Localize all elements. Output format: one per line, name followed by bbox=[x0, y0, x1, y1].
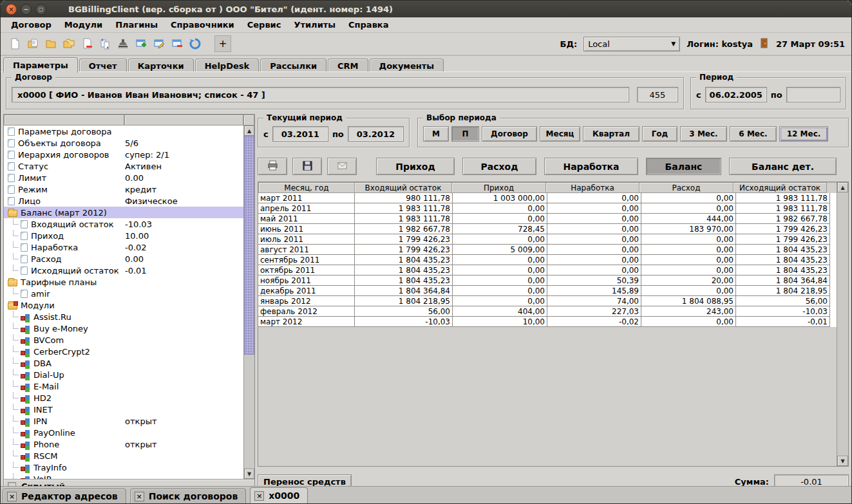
tree-scrollbar-thumb[interactable] bbox=[244, 136, 254, 355]
table-row[interactable]: июнь 20111 982 667,78728,450,00183 970,0… bbox=[258, 224, 837, 234]
action-button-балансдет[interactable]: Баланс дет. bbox=[729, 158, 837, 175]
menu-плагины[interactable]: Плагины bbox=[109, 19, 164, 31]
tree-item[interactable]: Баланс (март 2012) bbox=[4, 207, 243, 218]
tree-item[interactable]: Тарифные планы bbox=[4, 276, 243, 288]
documents-folder-icon[interactable] bbox=[61, 36, 77, 51]
mail-button[interactable] bbox=[327, 158, 357, 175]
tree-item[interactable]: Phoneоткрыт bbox=[4, 438, 243, 450]
refresh-icon[interactable] bbox=[187, 36, 203, 51]
scroll-down-icon[interactable]: ▼ bbox=[837, 456, 848, 466]
tree-item[interactable]: BVCom bbox=[4, 334, 243, 346]
tree-item[interactable]: Исходящий остаток-0.01 bbox=[4, 265, 243, 276]
period-button-договор[interactable]: Договор bbox=[482, 126, 537, 142]
menu-договор[interactable]: Договор bbox=[5, 19, 58, 31]
edit-window-icon[interactable] bbox=[151, 36, 167, 51]
tree-item[interactable]: TrayInfo bbox=[4, 462, 243, 473]
tab-документы[interactable]: Документы bbox=[370, 59, 444, 73]
menu-утилиты[interactable]: Утилиты bbox=[287, 19, 342, 31]
tree-item[interactable]: Assist.Ru bbox=[4, 311, 243, 322]
period-button-квартал[interactable]: Квартал bbox=[583, 126, 639, 142]
table-row[interactable]: январь 20121 804 218,950,0074,001 804 08… bbox=[258, 296, 837, 306]
contract-field[interactable]: х0000 [ ФИО - Иванов Иван Иванович; спис… bbox=[12, 87, 629, 102]
table-column-header[interactable]: Входящий остаток bbox=[354, 182, 452, 193]
save-button[interactable] bbox=[292, 158, 322, 175]
tree-item[interactable]: VoIP bbox=[4, 473, 243, 479]
table-row[interactable]: сентябрь 20111 804 435,230,000,000,001 8… bbox=[258, 255, 837, 265]
tab-карточки[interactable]: Карточки bbox=[128, 59, 194, 73]
period-from-field[interactable]: 06.02.2005 bbox=[705, 87, 767, 102]
tree-item[interactable]: Наработка-0.02 bbox=[4, 241, 243, 253]
tree-item[interactable]: Входящий остаток-10.03 bbox=[4, 218, 243, 230]
close-window-icon[interactable] bbox=[169, 36, 185, 51]
current-period-to-field[interactable]: 03.2012 bbox=[348, 126, 404, 142]
add-toolbar-button[interactable]: + bbox=[214, 35, 231, 52]
tree-item[interactable]: Расход0.00 bbox=[4, 253, 243, 265]
scroll-down-icon[interactable]: ▼ bbox=[244, 469, 254, 479]
close-tab-icon[interactable]: × bbox=[135, 492, 144, 501]
tree-item[interactable]: Buy e-Money bbox=[4, 322, 243, 334]
table-column-header[interactable]: Исходящий остаток bbox=[733, 182, 827, 193]
session-tab-х0000[interactable]: ×х0000 bbox=[250, 487, 308, 503]
tree-item[interactable]: amir bbox=[4, 288, 243, 299]
table-scrollbar-track[interactable] bbox=[837, 192, 848, 456]
table-column-header[interactable]: Приход bbox=[451, 182, 546, 193]
period-button-месяц[interactable]: Месяц bbox=[540, 126, 580, 142]
paste-document-icon[interactable] bbox=[97, 36, 113, 51]
scroll-up-icon[interactable]: ▲ bbox=[244, 126, 254, 136]
period-button-год[interactable]: Год bbox=[642, 126, 677, 142]
menu-справка[interactable]: Справка bbox=[342, 19, 395, 31]
table-row[interactable]: август 20111 799 426,235 009,000,000,001… bbox=[258, 245, 837, 255]
tree-item[interactable]: Режимкредит bbox=[4, 183, 243, 195]
tree-scrollbar[interactable]: ▲ ▼ bbox=[243, 126, 254, 479]
table-row[interactable]: май 20111 983 111,780,000,00444,001 982 … bbox=[258, 214, 837, 224]
table-row[interactable]: декабрь 20111 804 364,840,00145,890,001 … bbox=[258, 286, 837, 296]
tree-item[interactable]: ЛицоФизическое bbox=[4, 195, 243, 207]
tree-header-column-1[interactable] bbox=[4, 115, 124, 126]
tree-scrollbar-track[interactable] bbox=[244, 136, 254, 469]
tree-item[interactable]: СтатусАктивен bbox=[4, 160, 243, 172]
table-row[interactable]: ноябрь 20111 804 435,230,0050,3920,001 8… bbox=[258, 275, 837, 286]
tree-item[interactable]: PayOnline bbox=[4, 427, 243, 438]
logout-door-icon[interactable] bbox=[759, 38, 770, 50]
period-button-м[interactable]: М bbox=[423, 126, 449, 142]
new-document-icon[interactable] bbox=[7, 36, 23, 51]
table-column-header[interactable]: Наработка bbox=[545, 182, 639, 193]
table-row[interactable]: март 2011980 111,781 003 000,000,000,001… bbox=[258, 193, 837, 203]
table-row[interactable]: март 2012-10,0310,00-0,020,00-0,01 bbox=[258, 317, 837, 327]
tree-item[interactable]: HD2 bbox=[4, 392, 243, 404]
db-select[interactable]: Local ▼ bbox=[583, 37, 680, 51]
tree-item[interactable]: Иерархия договоровсупер: 2/1 bbox=[4, 149, 243, 160]
tree-item[interactable]: Dial-Up bbox=[4, 369, 243, 380]
table-row[interactable]: апрель 20111 983 111,780,000,000,001 983… bbox=[258, 203, 837, 214]
table-row[interactable]: февраль 201256,00404,00227,03243,00-10,0… bbox=[258, 306, 837, 317]
menu-модули[interactable]: Модули bbox=[58, 19, 109, 31]
window-close-button[interactable]: × bbox=[6, 4, 17, 15]
close-tab-icon[interactable]: × bbox=[7, 492, 17, 501]
current-period-from-field[interactable]: 03.2011 bbox=[272, 126, 328, 142]
tab-crm[interactable]: CRM bbox=[328, 59, 368, 73]
tree-item[interactable]: Параметры договора bbox=[4, 126, 243, 137]
folder-icon[interactable] bbox=[43, 36, 59, 51]
tree-item[interactable]: CerberCrypt2 bbox=[4, 346, 243, 357]
close-tab-icon[interactable]: × bbox=[254, 491, 264, 501]
tab-helpdesk[interactable]: HelpDesk bbox=[195, 59, 259, 73]
tree-item[interactable]: Лимит0.00 bbox=[4, 172, 243, 183]
tree-item[interactable]: DBA bbox=[4, 357, 243, 369]
action-button-баланс[interactable]: Баланс bbox=[646, 158, 721, 175]
period-to-field[interactable] bbox=[786, 87, 840, 102]
period-button-3мес[interactable]: 3 Мес. bbox=[680, 126, 727, 142]
window-maximize-button[interactable]: ▢ bbox=[35, 4, 46, 15]
tree-item[interactable]: INET bbox=[4, 404, 243, 415]
action-button-расход[interactable]: Расход bbox=[462, 158, 536, 175]
period-button-6мес[interactable]: 6 Мес. bbox=[730, 126, 777, 142]
remove-document-icon[interactable] bbox=[79, 36, 95, 51]
tree-item[interactable]: RSCM bbox=[4, 450, 243, 462]
menu-справочники[interactable]: Справочники bbox=[164, 19, 241, 31]
tree-item[interactable]: IPNоткрыт bbox=[4, 415, 243, 427]
session-tab-редактор-адресов[interactable]: ×Редактор адресов bbox=[3, 489, 126, 503]
table-row[interactable]: октябрь 20111 804 435,230,000,000,001 80… bbox=[258, 265, 837, 275]
tab-отчет[interactable]: Отчет bbox=[79, 59, 127, 73]
table-column-header[interactable]: Расход bbox=[639, 182, 734, 193]
window-minimize-button[interactable]: − bbox=[21, 4, 32, 15]
tree-item[interactable]: Модули bbox=[4, 299, 243, 311]
